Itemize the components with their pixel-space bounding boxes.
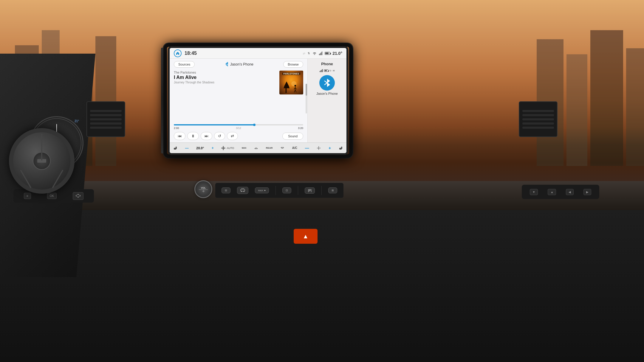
next-icon: ⏭ <box>205 134 208 138</box>
header-temperature: 21.0° <box>332 51 342 56</box>
right-btn-1[interactable]: ▼ <box>530 189 538 195</box>
artist-name: The Parlotones <box>174 71 276 74</box>
pause-button[interactable]: ⏸ <box>187 132 199 140</box>
phys-btn-screen[interactable]: ⊡ <box>282 187 291 193</box>
fan-max-label: MAX <box>242 147 247 149</box>
physical-button-strip: ⊟ MAX ● ⊡ |P| ⊞ <box>215 183 343 198</box>
repeat-button[interactable]: ↺ <box>214 132 225 140</box>
svg-rect-8 <box>626 48 644 166</box>
phys-btn-grid[interactable]: ⊞ <box>328 187 337 193</box>
right-physical-controls: ▼ ▲ ◀ ▶ <box>522 185 599 199</box>
phone-signal-icon <box>320 69 323 72</box>
park-label: |P| <box>308 189 312 192</box>
phone-battery-icon <box>324 69 328 72</box>
climate-temperature: 20.0° <box>196 146 204 150</box>
climate-defroster-rear <box>280 146 284 150</box>
steering-btn-menu[interactable]: ≡ <box>24 193 31 199</box>
track-info: The Parlotones I Am Alive Journey Throug… <box>174 71 276 84</box>
svg-rect-7 <box>590 30 623 166</box>
svg-point-32 <box>221 147 223 149</box>
svg-line-14 <box>226 65 228 66</box>
screen-body: Sources Jason's Phone Browse The Parloto… <box>170 59 346 142</box>
infotainment-screen: 18:45 ↓↑ ⇅ 21.0° <box>168 46 348 155</box>
phone-sync-icon: ↻ <box>329 69 332 72</box>
source-bar: Sources Jason's Phone Browse <box>174 61 303 68</box>
hazard-button[interactable]: ▲ <box>294 229 318 244</box>
temp-plus-button[interactable]: + <box>212 146 214 150</box>
sources-button[interactable]: Sources <box>174 61 195 68</box>
vol-label: VOL <box>201 187 206 189</box>
phys-btn-vehicle[interactable] <box>237 187 248 194</box>
album-art: PARLOTONES <box>279 71 303 94</box>
next-button[interactable]: ⏭ <box>201 132 212 140</box>
seat-heat-right-icon <box>339 146 343 150</box>
svg-line-24 <box>295 90 296 92</box>
left-vent <box>86 101 125 137</box>
defroster-front-icon <box>254 146 258 150</box>
right-vent <box>519 101 558 137</box>
svg-point-40 <box>318 147 319 149</box>
prev-button[interactable]: ⏮ <box>174 132 185 140</box>
svg-point-19 <box>295 85 296 86</box>
svg-point-33 <box>224 147 225 149</box>
browse-button[interactable]: Browse <box>283 61 303 68</box>
climate-defroster-front <box>254 146 258 150</box>
sound-button[interactable]: Sound <box>282 133 303 140</box>
screen-header: 18:45 ↓↑ ⇅ 21.0° <box>170 48 346 59</box>
ac-fan-icon <box>317 146 321 150</box>
time-display: 18:45 <box>185 51 197 56</box>
phone-title: Phone <box>321 62 333 66</box>
bluetooth-device-name: Jason's Phone <box>230 62 253 66</box>
shuffle-button[interactable]: ⇄ <box>227 132 238 140</box>
climate-rear: REAR <box>266 147 273 149</box>
battery-icon <box>325 52 330 55</box>
climate-bar: — 20.0° + AUTO MAX <box>170 142 346 153</box>
ac-plus-button[interactable]: + <box>329 146 331 150</box>
signal-icon <box>319 52 322 55</box>
transfer-icon: ⇅ <box>308 52 310 55</box>
album-name: Journey Through the Shadows <box>174 81 276 84</box>
ac-label: A/C <box>292 146 297 150</box>
bluetooth-icon <box>225 62 228 67</box>
rear-label: REAR <box>266 147 273 149</box>
phys-btn-max[interactable]: MAX ● <box>255 187 269 193</box>
right-btn-3[interactable]: ◀ <box>566 189 574 195</box>
scrollbar[interactable] <box>306 84 307 114</box>
circle-dot-icon: ● <box>264 189 266 192</box>
ac-minus-button[interactable]: — <box>305 146 309 150</box>
repeat-icon: ↺ <box>218 134 221 138</box>
time-total: 3:20 <box>298 127 303 130</box>
phys-btn-park[interactable]: |P| <box>305 187 315 194</box>
max-label: MAX <box>258 189 263 192</box>
climate-fan: AUTO <box>221 146 234 150</box>
defroster-rear-icon <box>280 146 284 150</box>
steering-btn-ok[interactable]: OK <box>47 193 57 199</box>
svg-line-23 <box>294 90 295 92</box>
steering-btn-arrows[interactable] <box>73 192 83 200</box>
progress-bar[interactable] <box>174 124 303 125</box>
right-btn-4[interactable]: ▶ <box>583 189 591 195</box>
temp-minus-button[interactable]: — <box>185 146 189 150</box>
time-position: 3/12 <box>236 127 241 130</box>
dash-temp: 21° <box>75 119 79 123</box>
track-title: I Am Alive <box>174 75 276 80</box>
volume-knob[interactable]: VOL ⏻ <box>194 180 212 198</box>
bluetooth-device-button[interactable]: ® Jason's Phone <box>310 75 344 95</box>
pause-icon: ⏸ <box>191 134 195 138</box>
download-icon: ↓↑ <box>303 52 305 55</box>
prev-icon: ⏮ <box>178 134 182 138</box>
svg-point-31 <box>223 148 224 150</box>
media-content: The Parlotones I Am Alive Journey Throug… <box>174 71 303 122</box>
svg-rect-28 <box>176 147 177 149</box>
right-btn-2[interactable]: ▲ <box>548 189 556 195</box>
album-art-inner: PARLOTONES <box>279 71 303 94</box>
home-button[interactable] <box>174 49 182 57</box>
time-labels: 2:00 3/12 3:20 <box>174 127 303 130</box>
fan-icon <box>221 146 225 150</box>
phys-btn-1[interactable]: ⊟ <box>222 187 230 193</box>
svg-rect-46 <box>341 147 342 149</box>
svg-rect-6 <box>566 54 587 166</box>
climate-seat-right <box>339 146 343 150</box>
svg-rect-16 <box>286 88 287 93</box>
shuffle-icon: ⇄ <box>231 134 234 138</box>
